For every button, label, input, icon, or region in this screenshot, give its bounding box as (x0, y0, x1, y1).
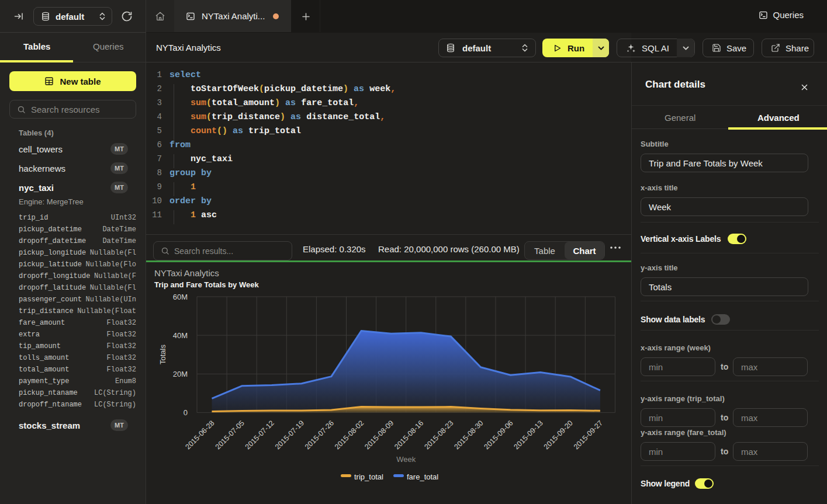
svg-text:20M: 20M (173, 370, 188, 378)
svg-text:Week: Week (396, 455, 416, 464)
svg-text:2015-07-26: 2015-07-26 (303, 419, 335, 451)
svg-text:60M: 60M (173, 293, 188, 301)
svg-text:Totals: Totals (158, 345, 167, 364)
svg-text:trip_total: trip_total (354, 472, 383, 481)
svg-text:2015-06-28: 2015-06-28 (184, 419, 216, 451)
svg-text:2015-08-09: 2015-08-09 (363, 419, 395, 451)
svg-text:2015-07-12: 2015-07-12 (244, 419, 276, 451)
svg-text:2015-08-30: 2015-08-30 (453, 419, 485, 451)
svg-text:NYTaxi Analytics: NYTaxi Analytics (154, 268, 219, 278)
svg-text:fare_total: fare_total (407, 472, 438, 481)
svg-text:2015-09-13: 2015-09-13 (513, 419, 545, 451)
svg-text:2015-07-19: 2015-07-19 (274, 419, 306, 451)
svg-text:0: 0 (184, 408, 188, 417)
svg-text:2015-09-27: 2015-09-27 (572, 419, 604, 451)
svg-text:2015-09-06: 2015-09-06 (483, 419, 515, 451)
svg-text:2015-09-20: 2015-09-20 (542, 419, 575, 451)
svg-text:40M: 40M (173, 331, 188, 340)
svg-text:Trip and Fare Totals by Week: Trip and Fare Totals by Week (154, 280, 259, 289)
svg-text:2015-08-23: 2015-08-23 (423, 419, 455, 451)
svg-text:2015-08-16: 2015-08-16 (393, 419, 425, 451)
svg-text:2015-08-02: 2015-08-02 (333, 419, 365, 451)
svg-text:2015-07-05: 2015-07-05 (214, 419, 246, 451)
